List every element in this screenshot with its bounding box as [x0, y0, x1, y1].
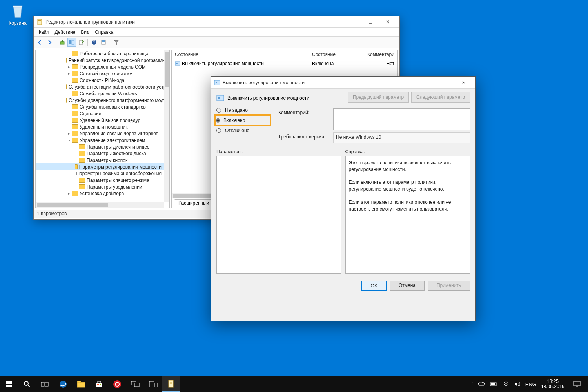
- tray-battery-icon[interactable]: [490, 382, 498, 387]
- tree-item-label: Сетевой вход в систему: [80, 71, 132, 76]
- start-button[interactable]: [0, 376, 18, 392]
- tree-horizontal-scrollbar[interactable]: [36, 202, 164, 208]
- dialog-close-button[interactable]: ✕: [455, 77, 472, 89]
- svg-rect-1: [38, 20, 41, 21]
- show-hide-tree-button[interactable]: [67, 38, 76, 47]
- properties-button[interactable]: [99, 38, 108, 47]
- tree-item[interactable]: Параметры спящего режима: [36, 177, 164, 183]
- menu-file[interactable]: Файл: [38, 29, 49, 35]
- action-center-button[interactable]: [569, 376, 585, 392]
- dialog-titlebar[interactable]: Выключить регулирование мощности ─ ☐ ✕: [211, 77, 475, 89]
- tree-item[interactable]: Службы языковых стандартов: [36, 103, 164, 110]
- tray-onedrive-icon[interactable]: [478, 382, 485, 387]
- expand-toggle[interactable]: ▸: [66, 191, 72, 196]
- tree-item[interactable]: Параметры режима энергосбережения: [36, 170, 164, 177]
- expand-toggle[interactable]: ▾: [66, 138, 72, 142]
- tree-item[interactable]: ▸Сетевой вход в систему: [36, 70, 164, 77]
- tray-chevron-up-icon[interactable]: ˄: [471, 381, 474, 387]
- taskbar-devices[interactable]: [144, 376, 162, 392]
- col-comment[interactable]: Комментари: [350, 50, 397, 59]
- tray-wifi-icon[interactable]: [503, 381, 510, 387]
- radio-enabled[interactable]: Включено: [216, 116, 242, 125]
- taskbar-adobe[interactable]: [108, 376, 126, 392]
- recycle-bin[interactable]: Корзина: [4, 3, 31, 26]
- comment-textarea[interactable]: [333, 108, 470, 130]
- col-state2[interactable]: Состояние: [309, 50, 350, 59]
- folder-icon: [72, 118, 78, 123]
- tree-item[interactable]: Сценарии: [36, 110, 164, 117]
- tree-item[interactable]: Служба времени Windows: [36, 90, 164, 97]
- tree-item[interactable]: Удаленный вызов процедур: [36, 117, 164, 123]
- next-setting-button[interactable]: Следующий параметр: [411, 92, 470, 103]
- tree-item[interactable]: Параметры регулирования мощности: [36, 163, 164, 170]
- maximize-button[interactable]: ☐: [362, 16, 379, 28]
- tree-item[interactable]: ▾Управление электропитанием: [36, 137, 164, 143]
- tray-clock[interactable]: 13:25 13.05.2019: [541, 379, 564, 389]
- taskbar-edge[interactable]: [54, 376, 72, 392]
- filter-button[interactable]: [112, 38, 121, 47]
- svg-line-22: [28, 385, 30, 387]
- tree-item-label: Служба времени Windows: [80, 91, 137, 96]
- menu-view[interactable]: Вид: [81, 29, 89, 35]
- svg-rect-30: [100, 384, 101, 385]
- dialog-minimize-button[interactable]: ─: [421, 77, 438, 89]
- ok-button[interactable]: ОК: [361, 281, 387, 291]
- params-box[interactable]: [216, 156, 341, 274]
- tab-extended[interactable]: Расширенный: [174, 199, 214, 207]
- folder-icon: [79, 184, 85, 189]
- gpedit-titlebar[interactable]: Редактор локальной групповой политики ─ …: [34, 16, 399, 28]
- tree-item[interactable]: ▸Установка драйвера: [36, 190, 164, 197]
- tree-item[interactable]: Удаленный помощник: [36, 123, 164, 130]
- svg-point-21: [24, 381, 28, 385]
- tree-item[interactable]: Ранний запуск антивредоносной программы: [36, 57, 164, 64]
- taskbar-gpedit[interactable]: [162, 376, 180, 392]
- close-button[interactable]: ✕: [379, 16, 396, 28]
- export-button[interactable]: [77, 38, 85, 47]
- folder-icon: [72, 138, 78, 143]
- tree-item[interactable]: Работоспособность хранилища: [36, 50, 164, 57]
- folder-icon: [79, 144, 85, 149]
- menu-action[interactable]: Действие: [55, 29, 76, 35]
- folder-icon: [72, 51, 78, 56]
- back-button[interactable]: [36, 38, 44, 47]
- expand-toggle[interactable]: ▸: [66, 131, 72, 136]
- list-item[interactable]: Выключить регулирование мощности Включен…: [172, 59, 397, 68]
- tree-item-label: Параметры спящего режима: [87, 178, 149, 183]
- radio-disabled[interactable]: Отключено: [216, 126, 271, 135]
- tree-vertical-scrollbar[interactable]: [164, 50, 169, 202]
- apply-button[interactable]: Применить: [428, 281, 470, 291]
- taskbar-explorer[interactable]: [72, 376, 90, 392]
- tree-item[interactable]: Параметры уведомлений: [36, 183, 164, 190]
- folder-icon: [79, 151, 85, 156]
- cancel-button[interactable]: Отмена: [390, 281, 425, 291]
- taskbar-store[interactable]: [90, 376, 108, 392]
- tree-item[interactable]: Параметры дисплея и видео: [36, 143, 164, 150]
- tree-item[interactable]: Служба аттестации работоспособности устр: [36, 83, 164, 90]
- expand-toggle[interactable]: ▸: [66, 65, 72, 69]
- help-button[interactable]: ?: [90, 38, 98, 47]
- expand-toggle[interactable]: ▸: [66, 71, 72, 76]
- svg-text:?: ?: [93, 40, 96, 45]
- tree-item-label: Сложность PIN-кода: [80, 78, 124, 83]
- prev-setting-button[interactable]: Предыдущий параметр: [348, 92, 409, 103]
- taskbar-screens[interactable]: [126, 376, 144, 392]
- menu-help[interactable]: Справка: [95, 29, 113, 35]
- tree-item[interactable]: Службы доверенного платформенного моду: [36, 97, 164, 103]
- tree-item[interactable]: Параметры жесткого диска: [36, 150, 164, 157]
- forward-button[interactable]: [45, 38, 54, 47]
- search-button[interactable]: [18, 376, 36, 392]
- tree-item[interactable]: ▸Распределенная модель COM: [36, 64, 164, 70]
- up-button[interactable]: [58, 38, 67, 47]
- minimize-button[interactable]: ─: [345, 16, 362, 28]
- tree-item[interactable]: Параметры кнопок: [36, 157, 164, 163]
- col-state[interactable]: Состояние: [172, 50, 309, 59]
- tray-lang[interactable]: ENG: [525, 381, 536, 387]
- tray-volume-icon[interactable]: [514, 381, 521, 387]
- tree-item[interactable]: Сложность PIN-кода: [36, 77, 164, 83]
- tree-item-label: Управление связью через Интернет: [80, 131, 158, 136]
- dialog-maximize-button[interactable]: ☐: [438, 77, 455, 89]
- tree-item[interactable]: ▸Управление связью через Интернет: [36, 130, 164, 137]
- task-view-buttonii[interactable]: [36, 376, 54, 392]
- tree-item-label: Сценарии: [80, 111, 101, 116]
- radio-not-configured[interactable]: Не задано: [216, 106, 271, 114]
